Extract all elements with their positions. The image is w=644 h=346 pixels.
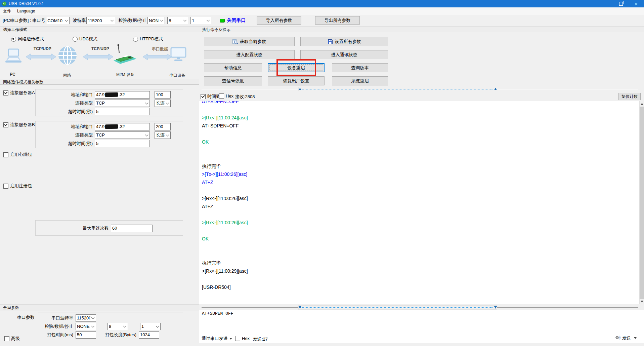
query-signal-button[interactable]: 查信号强度 xyxy=(204,76,262,85)
chevron-down-icon xyxy=(123,324,127,328)
chevron-down-icon xyxy=(156,324,159,328)
com-port-select[interactable]: COM10 xyxy=(46,17,70,24)
server-b-group: 地址和端口 47.9.32 200 连接类型 TCP 长连 超时时间(秒) xyxy=(35,121,183,148)
timestamp-checkbox[interactable]: 时间戳 xyxy=(201,93,220,100)
menubar: 文件 Language xyxy=(0,7,644,15)
send-text-input[interactable]: AT+SDPEN=OFF xyxy=(199,310,644,334)
register-checkbox[interactable]: 启用注册包 xyxy=(3,183,32,189)
arrow-icon xyxy=(142,53,172,62)
get-params-button[interactable]: 获取当前参数 xyxy=(204,37,295,46)
max-reconnect-group: 最大重连次数 60 xyxy=(35,220,183,236)
send-button[interactable]: 发送 xyxy=(615,335,637,341)
pack-len-input[interactable]: 1024 xyxy=(139,331,159,339)
radio-icon xyxy=(73,37,78,42)
scrollbar-thumb[interactable] xyxy=(640,107,644,299)
heartbeat-checkbox[interactable]: 启用心跳包 xyxy=(3,152,32,158)
stopbits-select[interactable]: 1 xyxy=(190,17,211,24)
server-b-keep-select[interactable]: 长连 xyxy=(155,131,171,139)
enter-config-button[interactable]: 进入配置状态 xyxy=(204,50,295,59)
checkbox-icon xyxy=(201,94,206,99)
radio-udc-mode[interactable]: UDC模式 xyxy=(73,36,97,42)
laptop-icon xyxy=(4,48,23,65)
close-icon: × xyxy=(635,1,638,6)
server-a-type-select[interactable]: TCP xyxy=(95,100,150,107)
checkbox-icon xyxy=(235,336,240,341)
server-b-checkbox[interactable]: 连接服务器B xyxy=(3,122,35,128)
restore-button[interactable] xyxy=(613,0,629,7)
parity-select[interactable]: NONI xyxy=(147,17,165,24)
timeout-label: 超时时间(秒) xyxy=(36,141,95,147)
server-b-type-select[interactable]: TCP xyxy=(95,131,150,139)
server-a-address-input[interactable]: 47.9.32 xyxy=(95,91,150,99)
global-databits-select[interactable]: 8 xyxy=(108,323,128,330)
server-a-timeout-input[interactable]: 5 xyxy=(95,108,150,115)
reset-count-button[interactable]: 复位计数 xyxy=(618,93,641,100)
menu-file[interactable]: 文件 xyxy=(0,7,14,15)
chevron-down-icon xyxy=(91,324,95,328)
scroll-down-button[interactable] xyxy=(640,299,644,304)
query-version-button[interactable]: 查询版本 xyxy=(332,63,388,72)
arrow-icon xyxy=(26,53,56,62)
link2-label: TCP/UDP xyxy=(91,46,109,51)
export-params-button[interactable]: 导出所有参数 xyxy=(315,16,360,25)
server-a-keep-select[interactable]: 长连 xyxy=(155,100,171,107)
log-line: >[Rx<-][11:00:26][asc] xyxy=(199,219,639,227)
radio-httpd-mode[interactable]: HTTPD模式 xyxy=(133,36,163,42)
scroll-up-button[interactable] xyxy=(640,101,644,107)
send-hex-checkbox[interactable]: Hex xyxy=(235,336,250,341)
system-restart-button[interactable]: 系统重启 xyxy=(332,76,388,85)
set-params-button[interactable]: 设置所有参数 xyxy=(300,37,388,46)
import-params-button[interactable]: 导入所有参数 xyxy=(257,16,301,25)
advanced-checkbox[interactable]: 高级 xyxy=(4,336,20,342)
send-via-serial-button[interactable]: 通过串口发送 xyxy=(202,336,232,342)
databits-select[interactable]: 8 xyxy=(167,17,188,24)
menu-language[interactable]: Language xyxy=(14,7,38,15)
redaction-blob xyxy=(105,124,118,129)
global-stopbits-select[interactable]: 1 xyxy=(140,323,161,330)
top-trackbar[interactable] xyxy=(298,87,497,91)
log-line xyxy=(199,227,639,235)
max-reconnect-input[interactable]: 60 xyxy=(111,225,153,232)
global-parity-label: 检验/数据/停止 xyxy=(38,323,76,330)
scroll-up-icon xyxy=(641,103,643,105)
log-line: [USR-DR504] xyxy=(199,283,639,291)
work-mode-header: 选择工作模式 xyxy=(0,26,199,32)
checkbox-icon xyxy=(3,90,8,95)
close-port-button[interactable]: 关闭串口 xyxy=(220,17,246,24)
baud-select[interactable]: 115200 xyxy=(86,17,115,24)
max-reconnect-label: 最大重连次数 xyxy=(36,225,111,231)
log-scrollbar[interactable] xyxy=(639,101,644,304)
log-line: >[Tx->][11:00:26][asc] xyxy=(199,170,639,178)
server-a-port-input[interactable]: 100 xyxy=(155,91,171,99)
server-a-checkbox[interactable]: 连接服务器A xyxy=(3,90,35,96)
server-b-port-input[interactable]: 200 xyxy=(155,123,171,130)
log-line xyxy=(199,275,639,283)
log-line: >[Rx<-][11:00:24][asc] xyxy=(199,114,639,122)
radio-transparent-mode[interactable]: 网络透传模式 xyxy=(11,36,44,42)
global-baud-select[interactable]: 115200 xyxy=(76,314,96,322)
pack-time-input[interactable]: 50 xyxy=(76,331,96,339)
minimize-button[interactable] xyxy=(598,0,613,7)
right-panel: 执行命令及提示 获取当前参数 xyxy=(199,26,644,346)
help-info-button[interactable]: 帮助信息 xyxy=(204,63,262,72)
server-b-timeout-input[interactable]: 5 xyxy=(95,140,150,147)
close-button[interactable]: × xyxy=(629,0,644,7)
enter-comm-button[interactable]: 进入通讯状态 xyxy=(300,50,388,59)
net-params-header: 网络透传模式相关参数 xyxy=(0,79,199,85)
log-line: 执行完毕 xyxy=(199,162,639,170)
log-line xyxy=(199,130,639,138)
type-label: 连接类型 xyxy=(36,100,95,106)
command-panel-header: 执行命令及提示 xyxy=(199,26,644,32)
log-line: AT+SDPEN=OFF xyxy=(199,101,639,106)
log-line xyxy=(199,243,639,251)
bottom-trackbar[interactable] xyxy=(298,305,497,310)
factory-reset-button[interactable]: 恢复出厂设置 xyxy=(268,76,325,85)
chevron-down-icon xyxy=(166,133,169,136)
node-serial-label: 串口设备 xyxy=(169,73,185,78)
node-pc-label: PC xyxy=(10,72,15,77)
log-line xyxy=(199,106,639,114)
global-parity-select[interactable]: NONE xyxy=(76,323,96,330)
addr-label: 地址和端口 xyxy=(36,92,95,98)
log-hex-checkbox[interactable]: Hex xyxy=(219,93,233,99)
server-b-address-input[interactable]: 47.9.32 xyxy=(95,123,150,130)
